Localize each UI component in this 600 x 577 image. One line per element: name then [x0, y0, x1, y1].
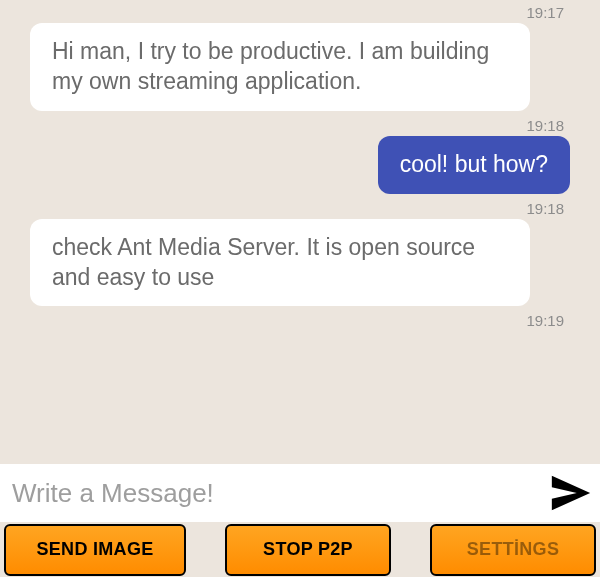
timestamp: 19:18	[526, 200, 564, 217]
message-bubble: Hi man, I try to be productive. I am bui…	[30, 23, 530, 111]
svg-marker-0	[552, 476, 590, 511]
settings-button[interactable]: SETTİNGS	[430, 524, 596, 576]
message-bubble: check Ant Media Server. It is open sourc…	[30, 219, 530, 307]
send-icon	[548, 470, 594, 516]
message-row-outgoing: cool! but how?	[10, 136, 590, 196]
message-bubble: cool! but how?	[378, 136, 570, 194]
timestamp-row: 19:19	[10, 308, 590, 331]
stop-p2p-button[interactable]: STOP P2P	[225, 524, 391, 576]
send-image-button[interactable]: SEND IMAGE	[4, 524, 186, 576]
timestamp-row: 19:18	[10, 196, 590, 219]
timestamp: 19:17	[526, 4, 564, 21]
composer	[0, 464, 600, 522]
send-button[interactable]	[542, 464, 600, 522]
timestamp-row: 19:17	[10, 0, 590, 23]
message-row-incoming: Hi man, I try to be productive. I am bui…	[10, 23, 590, 113]
message-input[interactable]	[0, 464, 542, 522]
message-row-incoming: check Ant Media Server. It is open sourc…	[10, 219, 590, 309]
button-bar: SEND IMAGE STOP P2P SETTİNGS	[0, 522, 600, 577]
chat-area: 19:17 Hi man, I try to be productive. I …	[0, 0, 600, 331]
timestamp: 19:19	[526, 312, 564, 329]
timestamp-row: 19:18	[10, 113, 590, 136]
timestamp: 19:18	[526, 117, 564, 134]
